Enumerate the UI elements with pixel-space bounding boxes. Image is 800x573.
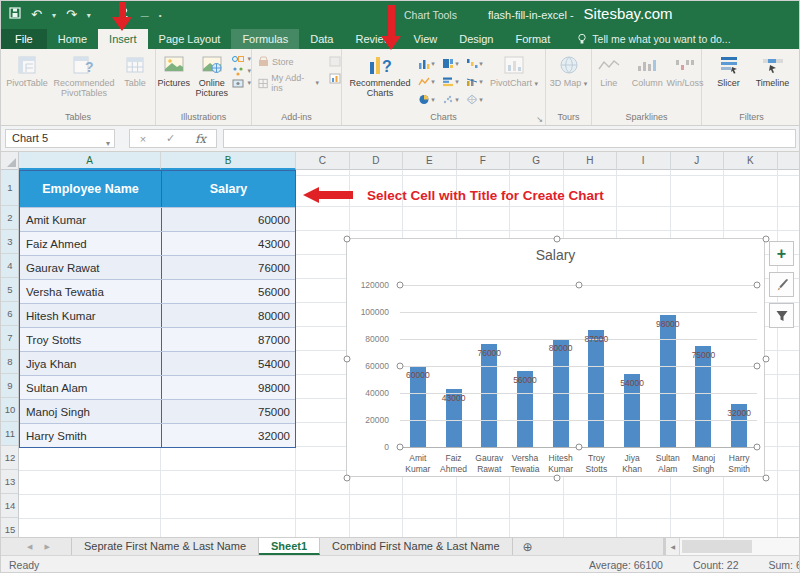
cell-employee-name[interactable]: Faiz Ahmed	[20, 232, 162, 255]
cell-salary[interactable]: 56000	[162, 280, 295, 303]
row-header-6[interactable]: 6	[1, 302, 19, 326]
tab-view[interactable]: View	[403, 29, 449, 49]
row-header-7[interactable]: 7	[1, 326, 19, 350]
tab-home[interactable]: Home	[47, 29, 98, 49]
tab-data[interactable]: Data	[299, 29, 344, 49]
row-header-11[interactable]: 11	[1, 422, 19, 446]
cell-salary[interactable]: 54000	[162, 352, 295, 375]
cell-salary[interactable]: 75000	[162, 400, 295, 423]
row-header-1[interactable]: 1	[1, 170, 19, 206]
redo-caret-icon[interactable]: ▾	[87, 11, 91, 20]
enter-icon[interactable]: ✓	[166, 132, 175, 145]
column-header-A[interactable]: A	[19, 152, 161, 170]
selection-handle[interactable]	[553, 475, 560, 482]
online-pictures-button[interactable]: Online Pictures	[193, 52, 230, 100]
cell-employee-name[interactable]: Harry Smith	[20, 424, 162, 447]
selection-handle[interactable]	[754, 363, 761, 370]
chart-bar[interactable]	[588, 330, 604, 447]
cell-employee-name[interactable]: Versha Tewatia	[20, 280, 162, 303]
tab-file[interactable]: File	[1, 29, 47, 49]
sparkline-column-button[interactable]: Column	[628, 52, 667, 89]
table-row[interactable]: Gaurav Rawat76000	[20, 255, 295, 279]
addin-chart-icon[interactable]	[329, 73, 341, 84]
row-header-15[interactable]: 15	[1, 518, 19, 537]
qat-customize-icon[interactable]: •	[159, 11, 162, 20]
cell-salary[interactable]: 76000	[162, 256, 295, 279]
column-header-H[interactable]: H	[564, 152, 618, 170]
selection-handle[interactable]	[553, 236, 560, 243]
recommended-pivottables-button[interactable]: ? Recommended PivotTables	[53, 52, 115, 100]
screenshot-button[interactable]: ▾	[232, 78, 251, 88]
smartart-button[interactable]: ▾	[232, 66, 251, 76]
selection-handle[interactable]	[344, 475, 351, 482]
selection-handle[interactable]	[763, 355, 770, 362]
pivottable-button[interactable]: PivotTable	[3, 52, 51, 89]
table-row[interactable]: Harry Smith32000	[20, 423, 295, 447]
undo-icon[interactable]: ↶	[31, 5, 42, 25]
cell-salary[interactable]: 60000	[162, 208, 295, 231]
slicer-button[interactable]: Slicer	[709, 52, 749, 89]
row-header-8[interactable]: 8	[1, 350, 19, 374]
salary-chart[interactable]: Salary 020000400006000080000100000120000…	[346, 238, 765, 477]
table-row[interactable]: Versha Tewatia56000	[20, 279, 295, 303]
cell-employee-name[interactable]: Troy Stotts	[20, 328, 162, 351]
insert-combo-chart-button[interactable]: ▾	[463, 73, 486, 90]
chart-elements-button[interactable]: +	[769, 241, 794, 266]
selection-handle[interactable]	[397, 363, 404, 370]
cancel-icon[interactable]: ×	[140, 133, 146, 145]
recommended-charts-button[interactable]: ? Recommended Charts	[347, 52, 413, 100]
insert-surface-chart-button[interactable]: ▾	[463, 91, 486, 108]
insert-hierarchy-chart-button[interactable]: ▾	[439, 55, 462, 72]
selection-handle[interactable]	[575, 282, 582, 289]
cell-employee-name[interactable]: Amit Kumar	[20, 208, 162, 231]
name-box-caret-icon[interactable]: ▾	[106, 135, 110, 152]
cell-salary[interactable]: 80000	[162, 304, 295, 327]
chart-filters-button[interactable]	[769, 303, 794, 328]
cell-salary[interactable]: 43000	[162, 232, 295, 255]
select-all-corner[interactable]	[1, 152, 19, 170]
table-button[interactable]: Table	[117, 52, 153, 89]
addin-box-icon[interactable]	[329, 56, 341, 67]
data-table[interactable]: Employee NameSalaryAmit Kumar60000Faiz A…	[19, 170, 296, 448]
sheet-nav-right-icon[interactable]: ▶	[44, 543, 49, 551]
my-addins-button[interactable]: My Add-ins▾	[258, 73, 319, 93]
selection-handle[interactable]	[397, 282, 404, 289]
column-header-I[interactable]: I	[617, 152, 671, 170]
column-header-E[interactable]: E	[403, 152, 457, 170]
scrollbar-track[interactable]	[680, 538, 800, 555]
insert-waterfall-chart-button[interactable]: ▾	[463, 55, 486, 72]
redo-icon[interactable]: ↷	[66, 5, 77, 25]
column-header-B[interactable]: B	[161, 152, 296, 170]
charts-dialog-launcher-icon[interactable]: ↘	[536, 115, 543, 124]
sparkline-line-button[interactable]: Line	[592, 52, 626, 89]
scroll-left-icon[interactable]: ◀	[666, 538, 680, 555]
selection-handle[interactable]	[754, 282, 761, 289]
row-header-14[interactable]: 14	[1, 494, 19, 518]
tab-design[interactable]: Design	[448, 29, 504, 49]
tab-format[interactable]: Format	[504, 29, 561, 49]
cell-employee-name[interactable]: Jiya Khan	[20, 352, 162, 375]
selection-handle[interactable]	[575, 444, 582, 451]
table-row[interactable]: Hitesh Kumar80000	[20, 303, 295, 327]
insert-scatter-chart-button[interactable]: ▾	[439, 91, 462, 108]
column-header-F[interactable]: F	[457, 152, 511, 170]
formula-input[interactable]	[223, 129, 796, 148]
selection-handle[interactable]	[344, 355, 351, 362]
cell-employee-name[interactable]: Manoj Singh	[20, 400, 162, 423]
table-row[interactable]: Manoj Singh75000	[20, 399, 295, 423]
scrollbar-thumb[interactable]	[682, 540, 752, 553]
3d-map-button[interactable]: 3D Map ▾	[549, 52, 589, 89]
row-header-9[interactable]: 9	[1, 374, 19, 398]
tell-me-box[interactable]: Tell me what you want to do...	[577, 29, 730, 49]
column-header-K[interactable]: K	[724, 152, 778, 170]
tab-insert[interactable]: Insert	[98, 29, 148, 49]
name-box[interactable]: Chart 5 ▾	[5, 129, 115, 148]
cell-salary[interactable]: 32000	[162, 424, 295, 447]
chart-styles-button[interactable]	[769, 272, 794, 297]
cell-salary[interactable]: 98000	[162, 376, 295, 399]
selection-handle[interactable]	[344, 236, 351, 243]
shapes-button[interactable]: ▾	[232, 54, 251, 64]
cell-employee-name[interactable]: Hitesh Kumar	[20, 304, 162, 327]
row-header-2[interactable]: 2	[1, 206, 19, 230]
column-header-D[interactable]: D	[350, 152, 404, 170]
